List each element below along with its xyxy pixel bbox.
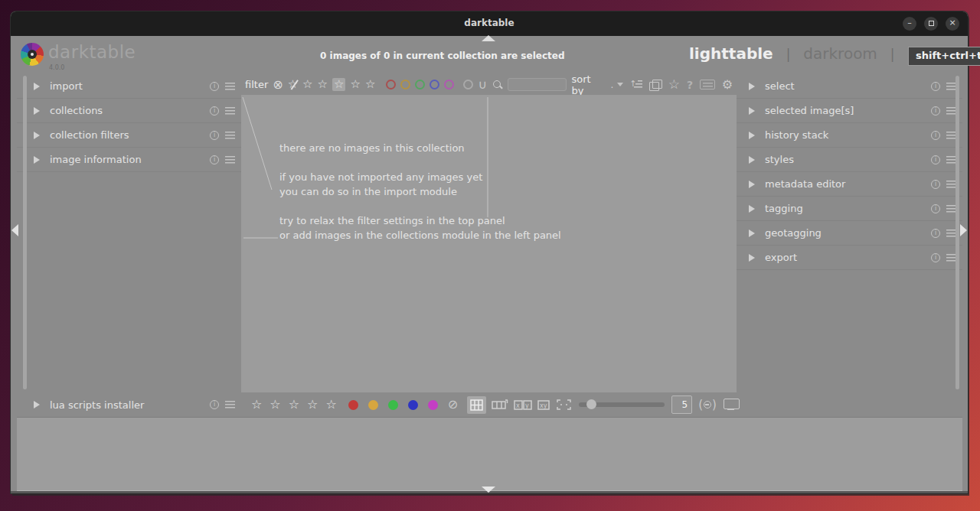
expand-arrow-icon[interactable]: [34, 107, 40, 115]
module-import[interactable]: import i: [17, 74, 241, 99]
search-input[interactable]: [508, 78, 567, 91]
sort-direction-icon[interactable]: [630, 80, 642, 90]
color-label-yellow-icon[interactable]: [368, 400, 378, 410]
module-history-stack[interactable]: history stack i: [737, 123, 962, 148]
presets-menu-icon[interactable]: [225, 156, 235, 164]
zoomable-lighttable-button[interactable]: [492, 399, 508, 411]
color-label-purple-icon[interactable]: [428, 400, 438, 410]
collapse-right-panel-arrow-icon[interactable]: [960, 224, 967, 236]
timeline-area[interactable]: [17, 417, 962, 491]
expand-arrow-icon[interactable]: [749, 205, 755, 213]
expand-arrow-icon[interactable]: [749, 132, 755, 139]
expand-arrow-icon[interactable]: [749, 254, 755, 262]
right-panel-scrollbar[interactable]: [956, 76, 959, 389]
rate-star-3[interactable]: ☆: [289, 399, 299, 411]
reset-icon[interactable]: i: [931, 82, 940, 91]
reset-icon[interactable]: i: [210, 106, 219, 116]
culling-fixed-view-button[interactable]: x y: [514, 399, 532, 411]
module-image-information[interactable]: image information i: [17, 148, 241, 172]
slider-handle[interactable]: [586, 399, 596, 409]
display-profile-button[interactable]: [724, 399, 738, 411]
lighttable-grid-area[interactable]: there are no images in this collection i…: [241, 95, 737, 392]
help-icon[interactable]: ?: [687, 79, 693, 91]
sort-field-dropdown[interactable]: .: [610, 80, 623, 90]
color-filter-gray-icon[interactable]: [463, 80, 473, 90]
color-label-green-icon[interactable]: [388, 400, 398, 410]
culling-dynamic-view-button[interactable]: xy: [537, 399, 551, 411]
focus-detection-button[interactable]: ( ): [698, 398, 717, 412]
collapse-top-panel-arrow-icon[interactable]: [482, 35, 495, 41]
clear-color-label-icon[interactable]: ⊘: [448, 399, 458, 411]
expand-arrow-icon[interactable]: [34, 156, 40, 164]
expand-arrow-icon[interactable]: [749, 156, 755, 164]
expand-arrow-icon[interactable]: [34, 132, 40, 139]
reset-icon[interactable]: i: [931, 155, 940, 164]
color-filter-purple-icon[interactable]: [444, 80, 454, 90]
presets-menu-icon[interactable]: [225, 132, 235, 139]
expand-arrow-icon[interactable]: [749, 107, 755, 115]
grouping-icon[interactable]: [649, 80, 662, 90]
color-filter-green-icon[interactable]: [415, 80, 425, 90]
star-filter-2[interactable]: ☆: [318, 79, 328, 90]
module-select[interactable]: select i: [737, 74, 962, 99]
star-filter-4[interactable]: ☆: [350, 79, 360, 90]
color-filter-union-icon[interactable]: ∪: [478, 79, 487, 91]
full-preview-button[interactable]: [557, 399, 571, 410]
expand-arrow-icon[interactable]: [749, 83, 755, 90]
rate-star-4[interactable]: ☆: [307, 399, 318, 411]
star-filter-1[interactable]: ☆: [302, 79, 312, 90]
filemanager-view-button[interactable]: [467, 396, 486, 414]
expand-arrow-icon[interactable]: [34, 83, 40, 90]
color-label-blue-icon[interactable]: [408, 400, 418, 410]
unstarred-filter-icon[interactable]: ☆: [288, 79, 298, 90]
overlays-star-icon[interactable]: ☆: [668, 78, 680, 91]
expand-arrow-icon[interactable]: [749, 229, 755, 237]
module-selected-images[interactable]: selected image[s] i: [737, 99, 962, 123]
module-collection-filters[interactable]: collection filters i: [17, 123, 241, 148]
tab-darkroom[interactable]: darkroom: [803, 44, 877, 63]
presets-menu-icon[interactable]: [225, 401, 235, 408]
reset-icon[interactable]: i: [931, 106, 940, 116]
thumbnails-per-row-input[interactable]: 5: [671, 395, 692, 414]
reset-icon[interactable]: i: [931, 229, 940, 238]
module-metadata-editor[interactable]: metadata editor i: [737, 172, 962, 197]
presets-menu-icon[interactable]: [225, 83, 235, 90]
expand-arrow-icon[interactable]: [34, 401, 40, 408]
reset-icon[interactable]: i: [931, 204, 940, 213]
shortcuts-keyboard-icon[interactable]: [700, 80, 715, 90]
module-collections[interactable]: collections i: [17, 99, 241, 123]
reset-icon[interactable]: i: [210, 400, 219, 409]
presets-menu-icon[interactable]: [225, 107, 235, 115]
collapse-left-panel-arrow-icon[interactable]: [11, 224, 18, 236]
thumbnail-zoom-slider[interactable]: [579, 402, 665, 407]
color-filter-yellow-icon[interactable]: [400, 80, 410, 90]
search-icon[interactable]: [492, 79, 503, 90]
module-export[interactable]: export i: [737, 246, 962, 270]
left-panel-scrollbar[interactable]: [23, 76, 27, 389]
reset-icon[interactable]: i: [210, 131, 219, 140]
rate-star-1[interactable]: ☆: [251, 399, 262, 411]
rate-star-2[interactable]: ☆: [270, 399, 280, 411]
color-filter-red-icon[interactable]: [386, 80, 396, 90]
reject-filter-icon[interactable]: ⊗: [273, 79, 283, 91]
reset-icon[interactable]: i: [210, 82, 219, 91]
star-filter-5[interactable]: ☆: [365, 79, 375, 90]
color-filter-blue-icon[interactable]: [430, 80, 439, 90]
titlebar[interactable]: darktable – ×: [11, 11, 968, 36]
module-styles[interactable]: styles i: [737, 148, 962, 172]
module-tagging[interactable]: tagging i: [737, 197, 962, 221]
reset-icon[interactable]: i: [210, 155, 219, 164]
color-label-red-icon[interactable]: [348, 400, 358, 410]
reset-icon[interactable]: i: [931, 180, 940, 189]
expand-arrow-icon[interactable]: [749, 181, 755, 188]
star-filter-3[interactable]: ☆: [332, 78, 345, 91]
collapse-bottom-panel-arrow-icon[interactable]: [482, 487, 495, 493]
preferences-gear-icon[interactable]: ⚙: [722, 79, 733, 91]
close-button[interactable]: ×: [946, 17, 959, 31]
reset-icon[interactable]: i: [931, 131, 940, 140]
module-lua-scripts-installer[interactable]: lua scripts installer i: [17, 392, 241, 417]
module-geotagging[interactable]: geotagging i: [737, 221, 962, 246]
maximize-button[interactable]: [924, 17, 938, 31]
minimize-button[interactable]: –: [903, 17, 916, 31]
tab-lighttable[interactable]: lighttable: [689, 44, 773, 63]
